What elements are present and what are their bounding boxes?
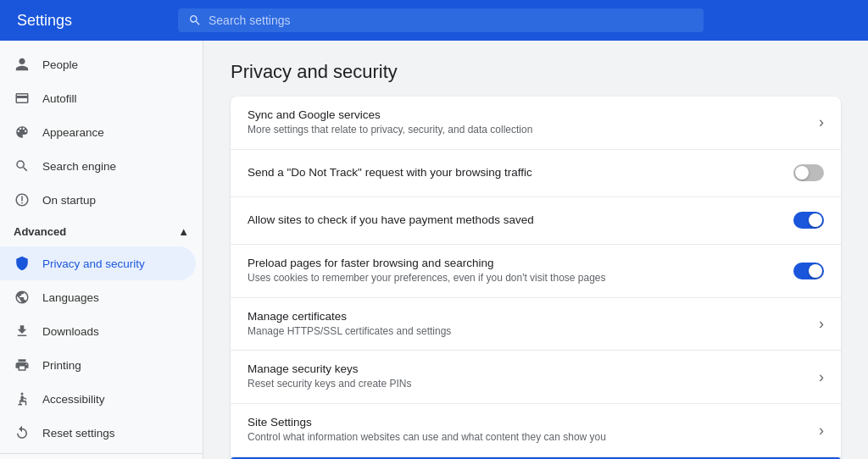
sidebar-item-search-engine[interactable]: Search engine <box>0 149 196 183</box>
sidebar-label-accessibility: Accessibility <box>42 393 105 406</box>
appearance-icon <box>14 124 31 141</box>
header: Settings <box>0 0 868 41</box>
sidebar-item-reset[interactable]: Reset settings <box>0 416 196 450</box>
settings-item-text-site-settings: Site Settings Control what information w… <box>248 416 805 445</box>
accessibility-icon <box>14 390 31 407</box>
download-icon <box>14 323 31 340</box>
settings-item-certificates[interactable]: Manage certificates Manage HTTPS/SSL cer… <box>231 298 841 351</box>
app-title: Settings <box>17 12 153 30</box>
settings-item-preload[interactable]: Preload pages for faster browsing and se… <box>231 245 841 298</box>
sidebar-item-autofill[interactable]: Autofill <box>0 81 196 115</box>
sidebar-label-languages: Languages <box>42 291 99 304</box>
settings-item-action-dnt[interactable] <box>793 164 824 181</box>
reset-icon <box>14 424 31 441</box>
startup-icon <box>14 191 31 208</box>
settings-item-desc-certificates: Manage HTTPS/SSL certificates and settin… <box>248 324 805 339</box>
settings-item-text-security-keys: Manage security keys Reset security keys… <box>248 362 805 391</box>
settings-item-desc-security-keys: Reset security keys and create PINs <box>248 377 805 391</box>
sidebar-label-downloads: Downloads <box>42 325 99 338</box>
page-title: Privacy and security <box>231 61 841 83</box>
settings-item-payment[interactable]: Allow sites to check if you have payment… <box>231 197 841 245</box>
search-input[interactable] <box>209 14 693 27</box>
settings-item-title-site-settings: Site Settings <box>248 416 805 429</box>
settings-item-action-site-settings: › <box>819 422 824 440</box>
settings-item-text-preload: Preload pages for faster browsing and se… <box>248 257 780 285</box>
settings-item-text-payment: Allow sites to check if you have payment… <box>248 213 780 228</box>
svg-point-0 <box>21 393 24 395</box>
sidebar-label-search-engine: Search engine <box>42 160 116 173</box>
chevron-right-icon-3: › <box>819 368 824 386</box>
settings-item-action-security-keys: › <box>819 368 824 386</box>
sidebar-item-printing[interactable]: Printing <box>0 348 196 382</box>
settings-item-desc-preload: Uses cookies to remember your preference… <box>248 271 780 285</box>
settings-item-title-dnt: Send a "Do Not Track" request with your … <box>248 166 780 179</box>
chevron-right-icon-4: › <box>819 422 824 440</box>
sidebar-item-extensions[interactable]: Extensions <box>0 453 203 459</box>
content-area: Privacy and security Sync and Google ser… <box>203 41 868 459</box>
sidebar-label-autofill: Autofill <box>42 92 77 105</box>
sidebar-label-privacy: Privacy and security <box>42 257 145 270</box>
sidebar-item-people[interactable]: People <box>0 47 196 81</box>
autofill-icon <box>14 90 31 107</box>
toggle-payment[interactable] <box>793 212 824 229</box>
sidebar-item-accessibility[interactable]: Accessibility <box>0 382 196 416</box>
sidebar-label-appearance: Appearance <box>42 126 104 139</box>
search-icon <box>188 14 202 27</box>
settings-item-action-payment[interactable] <box>793 212 824 229</box>
settings-item-title-security-keys: Manage security keys <box>248 362 805 375</box>
search-bar[interactable] <box>178 8 704 32</box>
toggle-thumb-payment <box>809 213 822 227</box>
sidebar-label-people: People <box>42 58 78 71</box>
sidebar-item-privacy[interactable]: Privacy and security <box>0 246 196 280</box>
sidebar-item-languages[interactable]: Languages <box>0 280 196 314</box>
settings-item-text-certificates: Manage certificates Manage HTTPS/SSL cer… <box>248 310 805 339</box>
chevron-right-icon: › <box>819 113 824 131</box>
toggle-thumb-preload <box>809 264 822 278</box>
chevron-right-icon-2: › <box>819 315 824 333</box>
settings-item-title-certificates: Manage certificates <box>248 310 805 323</box>
settings-item-action-sync: › <box>819 113 824 131</box>
settings-item-text-dnt: Send a "Do Not Track" request with your … <box>248 166 780 180</box>
settings-item-title-sync: Sync and Google services <box>248 108 805 121</box>
toggle-preload[interactable] <box>793 263 824 279</box>
settings-item-action-preload[interactable] <box>793 263 824 279</box>
globe-icon <box>14 289 31 306</box>
settings-item-text-sync: Sync and Google services More settings t… <box>248 108 805 137</box>
person-icon <box>14 56 31 73</box>
sidebar-label-printing: Printing <box>42 359 81 372</box>
advanced-chevron-icon: ▲ <box>178 225 189 238</box>
advanced-section[interactable]: Advanced ▲ <box>0 217 203 246</box>
settings-list: Sync and Google services More settings t… <box>231 97 841 459</box>
sidebar-label-on-startup: On startup <box>42 194 96 207</box>
sidebar-item-on-startup[interactable]: On startup <box>0 183 196 217</box>
search-engine-icon <box>14 158 31 174</box>
settings-item-desc-site-settings: Control what information websites can us… <box>248 430 805 445</box>
sidebar-item-downloads[interactable]: Downloads <box>0 314 196 348</box>
settings-item-title-preload: Preload pages for faster browsing and se… <box>248 257 780 269</box>
settings-item-dnt[interactable]: Send a "Do Not Track" request with your … <box>231 150 841 197</box>
settings-item-title-payment: Allow sites to check if you have payment… <box>248 213 780 226</box>
toggle-dnt[interactable] <box>793 164 824 181</box>
settings-item-sync[interactable]: Sync and Google services More settings t… <box>231 97 841 150</box>
toggle-thumb-dnt <box>795 166 809 180</box>
main-layout: People Autofill Appearance Search engine <box>0 41 868 459</box>
sidebar-label-reset: Reset settings <box>42 427 115 440</box>
shield-icon <box>14 255 31 272</box>
advanced-label: Advanced <box>14 225 66 238</box>
settings-item-action-certificates: › <box>819 315 824 333</box>
sidebar: People Autofill Appearance Search engine <box>0 41 203 459</box>
settings-item-security-keys[interactable]: Manage security keys Reset security keys… <box>231 351 841 404</box>
print-icon <box>14 357 31 373</box>
settings-item-site-settings[interactable]: Site Settings Control what information w… <box>231 404 841 457</box>
settings-item-desc-sync: More settings that relate to privacy, se… <box>248 123 805 137</box>
sidebar-item-appearance[interactable]: Appearance <box>0 115 196 149</box>
